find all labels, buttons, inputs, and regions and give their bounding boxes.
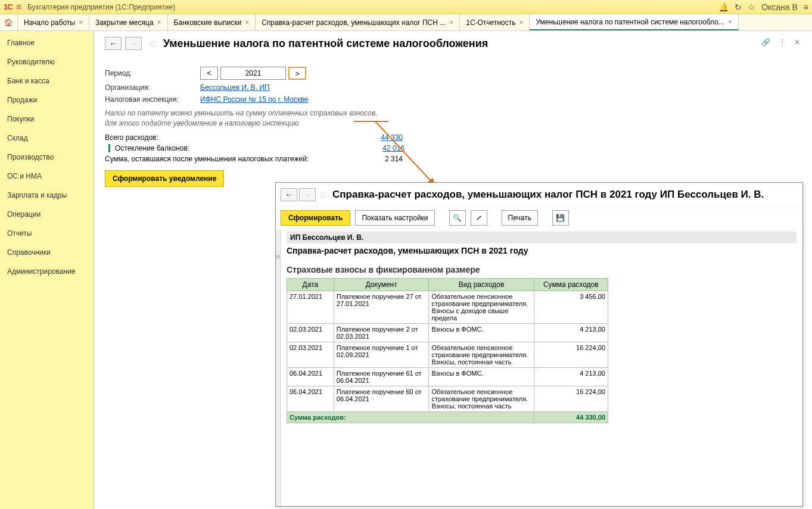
cell-type: Обязательное пенсионное страхование пред…: [429, 291, 534, 324]
period-value[interactable]: 2021: [220, 67, 286, 80]
report-title: Справка-расчет расходов, уменьшающих ПСН…: [287, 243, 797, 261]
favorite-icon[interactable]: ☆: [148, 37, 157, 50]
col-sum: Сумма расходов: [534, 279, 608, 291]
sidebar-item-5[interactable]: Склад: [0, 129, 94, 148]
cell-type: Обязательное пенсионное страхование пред…: [429, 386, 534, 412]
popup-nav-forward-button[interactable]: →: [299, 188, 316, 201]
username[interactable]: Оксана В: [761, 2, 798, 12]
table-row: 02.03.2021Платежное поручение 2 от 02.03…: [287, 324, 608, 342]
home-tab[interactable]: 🏠: [0, 14, 18, 30]
sidebar-item-9[interactable]: Операции: [0, 205, 94, 224]
hint-text: Налог по патенту можно уменьшить на сумм…: [105, 108, 801, 129]
tabstrip: 🏠 Начало работы×Закрытие месяца×Банковск…: [0, 14, 812, 31]
generate-notification-button[interactable]: Сформировать уведомление: [105, 170, 224, 187]
star-icon[interactable]: ☆: [748, 2, 755, 12]
sidebar-item-8[interactable]: Зарплата и кадры: [0, 186, 94, 205]
tab-close-icon[interactable]: ×: [157, 18, 161, 27]
sidebar-item-0[interactable]: Главное: [0, 33, 94, 52]
sidebar-item-10[interactable]: Отчеты: [0, 224, 94, 243]
tab-close-icon[interactable]: ×: [728, 18, 732, 26]
tab-4[interactable]: 1С-Отчетность×: [460, 14, 530, 30]
org-link[interactable]: Бессольцев И. В. ИП: [200, 83, 270, 92]
generate-button[interactable]: Сформировать: [281, 210, 350, 226]
tab-0[interactable]: Начало работы×: [18, 14, 89, 30]
kebab-icon[interactable]: ⋮: [779, 38, 786, 46]
expand-icon[interactable]: ⤢: [471, 210, 487, 226]
col-doc: Документ: [334, 279, 429, 291]
link-icon[interactable]: 🔗: [761, 38, 770, 46]
bell-icon[interactable]: 🔔: [718, 2, 729, 12]
table-row: 06.04.2021Платежное поручение 61 от 06.0…: [287, 368, 608, 386]
sidebar-item-7[interactable]: ОС и НМА: [0, 167, 94, 186]
remain-label: Сумма, оставшаяся после уменьшения налог…: [105, 155, 361, 163]
history-icon[interactable]: ↻: [735, 2, 742, 12]
report-org: ИП Бессольцев И. В.: [287, 232, 797, 243]
cell-sum: 4 213,00: [534, 368, 608, 386]
tab-1[interactable]: Закрытие месяца×: [89, 14, 168, 30]
print-button[interactable]: Печать: [502, 210, 538, 226]
menu-icon[interactable]: ≡: [804, 2, 808, 12]
report-popup: ← → ☆ Справка-расчет расходов, уменьшающ…: [275, 182, 803, 507]
tab-2[interactable]: Банковские выписки×: [168, 14, 256, 30]
item-label: Остекление балконов:: [115, 144, 363, 152]
cell-doc: Платежное поручение 61 от 06.04.2021: [334, 368, 429, 386]
table-row: 27.01.2021Платежное поручение 27 от 27.0…: [287, 291, 608, 324]
sidebar-item-12[interactable]: Администрирование: [0, 262, 94, 281]
tab-label: 1С-Отчетность: [466, 18, 515, 27]
tab-label: Уменьшение налога по патентной системе н…: [536, 18, 724, 26]
app-title: Бухгалтерия предприятия (1С:Предприятие): [27, 3, 175, 11]
col-type: Вид расходов: [429, 279, 534, 291]
nav-forward-button[interactable]: →: [125, 37, 142, 50]
popup-favorite-icon[interactable]: ☆: [318, 188, 328, 201]
cell-date: 06.04.2021: [287, 386, 334, 412]
hamburger-icon[interactable]: ≡: [16, 2, 21, 13]
tab-label: Справка-расчет расходов, уменьшающих нал…: [262, 18, 446, 27]
cell-sum: 16 224,00: [534, 386, 608, 412]
tab-3[interactable]: Справка-расчет расходов, уменьшающих нал…: [256, 14, 460, 30]
titlebar: 1C ≡ Бухгалтерия предприятия (1С:Предпри…: [0, 0, 812, 14]
cell-date: 06.04.2021: [287, 368, 334, 386]
period-label: Период:: [105, 69, 200, 77]
period-prev-button[interactable]: <: [200, 67, 218, 80]
report-table: Дата Документ Вид расходов Сумма расходо…: [287, 278, 608, 423]
tab-5[interactable]: Уменьшение налога по патентной системе н…: [530, 14, 738, 30]
remain-value: 2 314: [361, 155, 403, 163]
sidebar-item-4[interactable]: Покупки: [0, 110, 94, 129]
nav-back-button[interactable]: ←: [105, 37, 122, 50]
cell-date: 02.03.2021: [287, 324, 334, 342]
cell-date: 27.01.2021: [287, 291, 334, 324]
sidebar-item-6[interactable]: Производство: [0, 148, 94, 167]
tab-close-icon[interactable]: ×: [245, 18, 249, 27]
table-row: 02.03.2021Платежное поручение 1 от 02.09…: [287, 342, 608, 368]
sidebar-item-11[interactable]: Справочники: [0, 243, 94, 262]
item-link[interactable]: 42 016: [363, 144, 405, 152]
tab-label: Банковские выписки: [174, 18, 242, 27]
tab-close-icon[interactable]: ×: [519, 18, 523, 27]
show-settings-button[interactable]: Показать настройки: [355, 210, 434, 226]
col-date: Дата: [287, 279, 334, 291]
close-icon[interactable]: ✕: [794, 38, 800, 46]
total-label-cell: Сумма расходов:: [287, 412, 534, 423]
sidebar: ГлавноеРуководителюБанк и кассаПродажиПо…: [0, 31, 94, 509]
sidebar-item-2[interactable]: Банк и касса: [0, 71, 94, 90]
period-next-button[interactable]: >: [288, 67, 306, 80]
cell-date: 02.03.2021: [287, 342, 334, 368]
app-logo: 1C: [4, 2, 13, 11]
total-link[interactable]: 44 330: [361, 133, 403, 142]
save-icon[interactable]: 💾: [552, 210, 569, 226]
cell-sum: 3 456,00: [534, 291, 608, 324]
cell-sum: 4 213,00: [534, 324, 608, 342]
search-icon[interactable]: 🔍: [449, 210, 466, 226]
popup-nav-back-button[interactable]: ←: [281, 188, 297, 201]
total-label: Всего расходов:: [105, 133, 361, 142]
org-label: Организация:: [105, 83, 200, 92]
tab-close-icon[interactable]: ×: [79, 18, 83, 27]
tab-label: Начало работы: [24, 18, 75, 27]
section-title: Страховые взносы в фиксированном размере: [287, 261, 797, 278]
sidebar-item-1[interactable]: Руководителю: [0, 52, 94, 71]
sidebar-item-3[interactable]: Продажи: [0, 90, 94, 110]
tax-link[interactable]: ИФНС России № 15 по г. Москве: [200, 95, 308, 104]
ruler: ⊟: [276, 230, 281, 506]
tab-close-icon[interactable]: ×: [449, 18, 453, 27]
cell-doc: Платежное поручение 60 от 06.04.2021: [334, 386, 429, 412]
